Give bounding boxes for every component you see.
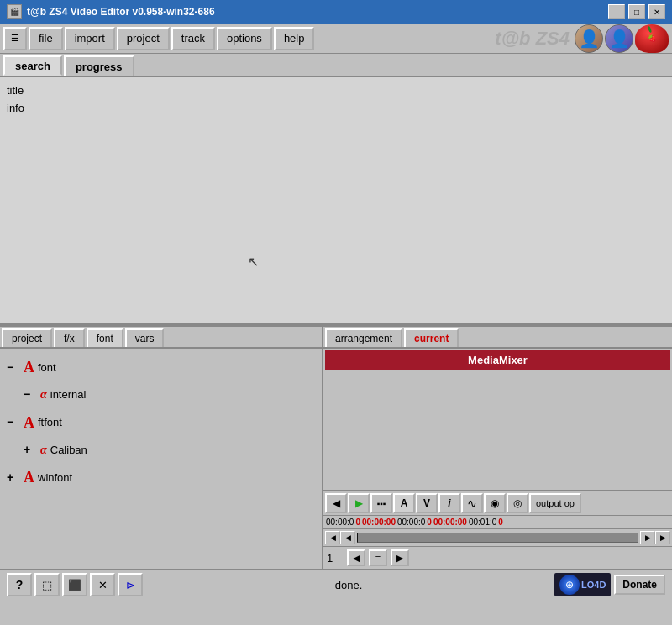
avatar-1: 👤 — [575, 24, 603, 53]
left-panel: project f/x font vars − A font − α inter… — [0, 327, 323, 569]
timeline-row: 00:00:0 0 00:00:00 00:00:0 0 00:00:00 00… — [323, 515, 672, 528]
menu-help[interactable]: help — [274, 27, 315, 50]
lo4d-logo: ⊕ LO4D — [554, 573, 611, 596]
playback-prev[interactable]: ◀ — [347, 549, 365, 566]
scroll-track[interactable] — [357, 533, 638, 543]
window-controls: — □ ✕ — [608, 4, 665, 19]
help-btn[interactable]: ? — [7, 573, 32, 596]
left-tab-font[interactable]: font — [87, 328, 123, 347]
playback-equals[interactable]: = — [369, 549, 387, 566]
transport-rewind[interactable]: ◀ — [325, 493, 347, 513]
tab-bar: search progress — [0, 54, 672, 77]
menu-import[interactable]: import — [65, 27, 115, 50]
window-title: t@b ZS4 Video Editor v0.958-win32-686 — [27, 6, 215, 18]
transport-checkerboard[interactable]: ▪▪▪ — [370, 493, 392, 513]
minimize-button[interactable]: — — [608, 4, 625, 19]
scroll-right-btn[interactable]: ▶ — [640, 531, 655, 544]
app-menu-icon[interactable]: ☰ — [3, 27, 27, 50]
tab-search[interactable]: search — [3, 55, 62, 76]
left-tab-fx[interactable]: f/x — [54, 328, 85, 347]
right-tab-current[interactable]: current — [404, 328, 459, 347]
menu-project[interactable]: project — [117, 27, 170, 50]
lo4d-globe: ⊕ — [559, 575, 580, 595]
right-panel: arrangement current MediaMixer ◀ ▶ ▪▪▪ A… — [323, 327, 672, 569]
transport-record[interactable]: ◉ — [484, 493, 506, 513]
playback-counter: 1 — [327, 552, 344, 565]
right-tab-arrangement[interactable]: arrangement — [325, 328, 402, 347]
playback-controls: 1 ◀ = ▶ — [323, 546, 672, 569]
logo-area: t@b ZS4 👤 👤 🍓 — [495, 24, 669, 53]
menu-options[interactable]: options — [217, 27, 272, 50]
import-btn[interactable]: ⬚ — [34, 573, 60, 596]
transport-a[interactable]: A — [393, 493, 415, 513]
status-text: done. — [335, 579, 363, 591]
content-info: info — [7, 100, 665, 118]
list-item[interactable]: − A ftfont — [3, 407, 318, 438]
scroll-left-btn[interactable]: ◀ — [325, 531, 340, 544]
logo-text: t@b ZS4 — [495, 28, 570, 50]
cancel-btn[interactable]: ✕ — [90, 573, 115, 596]
right-tab-bar: arrangement current — [323, 327, 672, 349]
playback-next[interactable]: ▶ — [391, 549, 409, 566]
export-btn[interactable]: ⬛ — [62, 573, 87, 596]
output-options-btn[interactable]: output op — [529, 493, 581, 513]
font-list: − A font − α internal − A ftfont + α Cal… — [0, 349, 322, 569]
content-title: title — [7, 82, 665, 100]
media-mixer-label[interactable]: MediaMixer — [325, 350, 670, 370]
transport-wave[interactable]: ∿ — [461, 493, 483, 513]
list-item[interactable]: − α internal — [3, 382, 318, 407]
transport-play[interactable]: ▶ — [348, 493, 370, 513]
avatar-2: 👤 — [605, 24, 633, 53]
logo-strawberry: 🍓 — [635, 24, 669, 53]
list-item[interactable]: + A winfont — [3, 462, 318, 492]
titlebar: 🎬 t@b ZS4 Video Editor v0.958-win32-686 … — [0, 0, 672, 24]
left-tab-vars[interactable]: vars — [125, 328, 165, 347]
nav-btn[interactable]: ⊳ — [118, 573, 143, 596]
list-item[interactable]: + α Caliban — [3, 438, 318, 462]
close-button[interactable]: ✕ — [648, 4, 665, 19]
statusbar: ? ⬚ ⬛ ✕ ⊳ done. ⊕ LO4D Donate — [0, 569, 672, 599]
transport-info[interactable]: i — [438, 493, 460, 513]
list-item[interactable]: − A font — [3, 352, 318, 382]
maximize-button[interactable]: □ — [628, 4, 645, 19]
donate-area: ⊕ LO4D Donate — [554, 573, 665, 596]
scroll-left-2-btn[interactable]: ◀ — [340, 531, 355, 544]
left-tab-bar: project f/x font vars — [0, 327, 322, 349]
left-tab-project[interactable]: project — [2, 328, 52, 347]
cursor-indicator: ↖ — [248, 254, 259, 270]
bottom-panel: project f/x font vars − A font − α inter… — [0, 325, 672, 569]
menu-file[interactable]: file — [29, 27, 63, 50]
transport-v[interactable]: V — [416, 493, 438, 513]
menu-track[interactable]: track — [171, 27, 215, 50]
main-content-area: title info ↖ — [0, 77, 672, 325]
scroll-right-2-btn[interactable]: ▶ — [655, 531, 670, 544]
tab-progress[interactable]: progress — [64, 55, 134, 76]
donate-button[interactable]: Donate — [614, 575, 665, 595]
lo4d-text: LO4D — [581, 580, 606, 590]
transport-monitor[interactable]: ◎ — [507, 493, 528, 513]
right-content: MediaMixer — [323, 349, 672, 490]
transport-bar: ◀ ▶ ▪▪▪ A V i ∿ ◉ ◎ output op — [323, 490, 672, 515]
app-icon: 🎬 — [7, 4, 22, 19]
bottom-buttons: ? ⬚ ⬛ ✕ ⊳ — [7, 573, 143, 596]
timeline-scrollbar: ◀ ◀ ▶ ▶ — [323, 528, 672, 546]
menubar: ☰ file import project track options help… — [0, 24, 672, 54]
